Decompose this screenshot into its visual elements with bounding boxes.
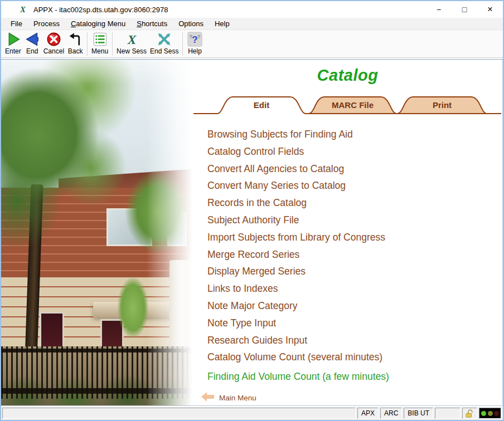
menubar-item-shortcuts[interactable]: Shortcuts [131, 18, 173, 30]
session-status-leds [479, 408, 501, 419]
toolbar-menu-button[interactable]: Menu [90, 31, 110, 57]
menu-item-links-to-indexes[interactable]: Links to Indexes [207, 280, 498, 297]
menu-item-note-type-input[interactable]: Note Type Input [207, 315, 498, 332]
menu-item-catalog-control-fields[interactable]: Catalog Control Fields [207, 143, 498, 160]
menu-item-note-major-category[interactable]: Note Major Category [207, 297, 498, 315]
status-cell-empty [435, 408, 461, 419]
menubar-item-text: Help [215, 19, 230, 28]
menu-item-research-guides-input[interactable]: Research Guides Input [207, 332, 498, 349]
status-cell-arc: ARC [380, 408, 402, 419]
toolbar-separator [182, 32, 183, 56]
menu-item-import-subjects-from-library-of-congress[interactable]: Import Subjects from Library of Congress [207, 229, 498, 246]
status-cell-empty [2, 408, 356, 419]
minimize-icon[interactable]: − [426, 1, 452, 18]
tab-edit-active[interactable]: Edit [217, 100, 306, 110]
toolbar-help-button[interactable]: ???Help [185, 31, 204, 57]
appx-logo-icon: X [18, 5, 28, 14]
toolbar-end-sess-button[interactable]: End Sess [148, 31, 180, 57]
menu-panel: Catalog EditMARC FilePrint Browsing Subj… [192, 60, 503, 405]
svg-text:?: ? [197, 33, 201, 40]
page-title: Catalog [192, 66, 503, 85]
cancel-icon [46, 32, 61, 47]
menu-item-convert-many-series-to-catalog[interactable]: Convert Many Series to Catalog [207, 177, 498, 194]
photo-white-fade [1, 60, 192, 405]
menubar-item-options[interactable]: Options [173, 18, 209, 30]
status-cell-label: BIB UT [408, 409, 429, 417]
enter-icon [5, 32, 21, 47]
menubar: FileProcessCataloging MenuShortcutsOptio… [1, 18, 503, 30]
back-arrow-icon [201, 392, 214, 404]
menu-item-records-in-the-catalog[interactable]: Records in the Catalog [207, 194, 498, 212]
help-icon: ??? [187, 32, 202, 47]
toolbar-button-label: Menu [91, 47, 108, 56]
menu-item-subject-authority-file[interactable]: Subject Authority File [207, 212, 498, 229]
menubar-item-file[interactable]: File [5, 18, 28, 30]
toolbar: EnterEndCancelBackMenuXNew SessEnd Sess?… [1, 30, 503, 58]
menubar-item-help[interactable]: Help [209, 18, 235, 30]
titlebar: X APPX - itac002sp.dts.utah.gov:8060:297… [1, 1, 503, 18]
menubar-item-text: hortcuts [142, 19, 167, 28]
tab-bar: EditMARC FilePrint [192, 94, 503, 116]
toolbar-separator [87, 32, 88, 56]
menubar-item-text: File [11, 19, 22, 28]
menubar-item-text: Options [178, 19, 203, 28]
status-cell-bib-ut: BIB UT [404, 408, 433, 419]
end-session-icon [157, 32, 172, 47]
toolbar-button-label: Enter [5, 47, 21, 56]
menu-item-convert-all-agencies-to-catalog[interactable]: Convert All Agencies to Catalog [207, 160, 498, 178]
end-icon [25, 32, 40, 47]
led-olive-icon [488, 411, 493, 416]
tab-marc-file[interactable]: MARC File [309, 100, 396, 110]
svg-text:X: X [127, 32, 137, 47]
led-green-icon [481, 411, 486, 416]
menubar-item-text: ataloging Menu [76, 19, 125, 28]
toolbar-button-label: Back [68, 47, 83, 56]
building-photo [1, 60, 192, 405]
menu-item-display-merged-series[interactable]: Display Merged Series [207, 263, 498, 280]
toolbar-end-button[interactable]: End [23, 31, 42, 57]
window-title: APPX - itac002sp.dts.utah.gov:8060:2978 [33, 6, 426, 14]
back-icon [67, 32, 83, 47]
open-padlock-icon[interactable] [462, 408, 477, 419]
toolbar-separator [112, 32, 113, 56]
menu-item-finding-aid-volume-count-a-few-minutes[interactable]: Finding Aid Volume Count (a few minutes) [207, 368, 498, 385]
close-icon[interactable]: × [477, 1, 503, 18]
toolbar-new-sess-button[interactable]: XNew Sess [115, 31, 148, 57]
menubar-item-text: Process [33, 19, 60, 28]
menubar-item-cataloging-menu[interactable]: Cataloging Menu [65, 18, 131, 30]
status-cell-label: APX [361, 409, 375, 417]
svg-text:X: X [20, 5, 26, 14]
new-session-icon: X [124, 32, 139, 47]
appx-window: X APPX - itac002sp.dts.utah.gov:8060:297… [0, 0, 504, 421]
status-cell-apx: APX [357, 408, 379, 419]
menu-item-catalog-volume-count-several-minutes[interactable]: Catalog Volume Count (several minutes) [207, 349, 498, 366]
menu-item-browsing-subjects-for-finding-aid[interactable]: Browsing Subjects for Finding Aid [207, 126, 498, 143]
menu-icon [92, 32, 108, 47]
menu-item-merge-record-series[interactable]: Merge Record Series [207, 246, 498, 263]
status-cell-label: ARC [384, 409, 398, 417]
menu-list: Browsing Subjects for Finding AidCatalog… [207, 126, 498, 385]
led-dark-red-icon [494, 411, 499, 416]
menubar-item-process[interactable]: Process [28, 18, 65, 30]
tab-print[interactable]: Print [398, 100, 487, 110]
toolbar-button-label: New Sess [117, 47, 147, 56]
toolbar-button-label: End [26, 47, 38, 56]
maximize-icon[interactable]: □ [452, 1, 477, 18]
statusbar: APXARCBIB UT [1, 407, 503, 420]
main-menu-link[interactable]: Main Menu [201, 392, 256, 404]
toolbar-button-label: Cancel [43, 47, 64, 56]
menubar-item-text: S [137, 19, 142, 28]
toolbar-button-label: End Sess [150, 47, 178, 56]
content-area: Catalog EditMARC FilePrint Browsing Subj… [1, 59, 503, 406]
toolbar-enter-button[interactable]: Enter [3, 31, 23, 57]
main-menu-label: Main Menu [219, 394, 256, 402]
window-controls: − □ × [426, 1, 503, 18]
menubar-item-text: C [71, 19, 76, 28]
toolbar-cancel-button[interactable]: Cancel [42, 31, 66, 57]
toolbar-button-label: Help [188, 47, 202, 56]
toolbar-back-button[interactable]: Back [66, 31, 85, 57]
